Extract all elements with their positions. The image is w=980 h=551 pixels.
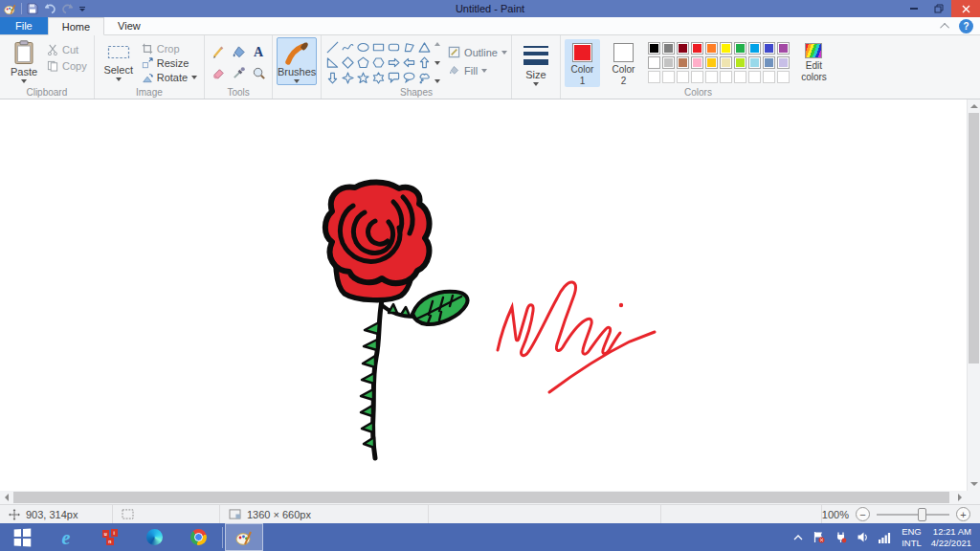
shape-line-icon[interactable] — [325, 40, 340, 55]
palette-swatch[interactable] — [648, 56, 660, 69]
shapes-scroll-up-icon[interactable] — [434, 42, 440, 46]
palette-empty-slot[interactable] — [648, 71, 660, 83]
tab-file[interactable]: File — [0, 17, 48, 34]
palette-swatch[interactable] — [662, 42, 675, 55]
magnifier-tool[interactable] — [249, 63, 268, 83]
save-icon[interactable] — [27, 3, 38, 14]
palette-empty-slot[interactable] — [705, 71, 718, 83]
palette-swatch[interactable] — [691, 42, 703, 55]
brushes-button[interactable]: Brushes — [277, 37, 317, 85]
taskbar-chrome[interactable] — [176, 523, 220, 551]
collapse-ribbon-icon[interactable] — [940, 22, 949, 32]
palette-empty-slot[interactable] — [748, 71, 761, 83]
copy-button[interactable]: Copy — [44, 57, 90, 74]
text-tool[interactable]: A — [249, 42, 268, 62]
palette-empty-slot[interactable] — [662, 71, 675, 83]
zoom-out-button[interactable]: − — [856, 507, 870, 521]
shape-hexagon-icon[interactable] — [371, 55, 386, 70]
cut-button[interactable]: Cut — [44, 41, 90, 57]
scroll-right-arrow[interactable] — [953, 491, 967, 504]
palette-swatch[interactable] — [691, 56, 703, 69]
palette-empty-slot[interactable] — [677, 71, 689, 83]
shape-arrow-up-icon[interactable] — [417, 55, 432, 70]
shape-arrow-left-icon[interactable] — [402, 55, 416, 70]
palette-swatch[interactable] — [748, 42, 761, 55]
palette-swatch[interactable] — [734, 42, 746, 55]
palette-swatch[interactable] — [720, 42, 732, 55]
language-indicator[interactable]: ENG INTL — [902, 526, 922, 549]
palette-empty-slot[interactable] — [734, 71, 746, 83]
palette-swatch[interactable] — [677, 56, 689, 69]
palette-swatch[interactable] — [763, 56, 775, 69]
clock[interactable]: 12:21 AM 4/22/2021 — [931, 526, 971, 549]
palette-swatch[interactable] — [705, 42, 718, 55]
shape-six-point-star-icon[interactable] — [371, 71, 386, 85]
shape-five-point-star-icon[interactable] — [356, 71, 370, 85]
power-plug-icon[interactable] — [835, 531, 847, 543]
tab-view[interactable]: View — [104, 17, 154, 34]
zoom-slider[interactable] — [877, 514, 949, 516]
fill-with-color-tool[interactable] — [229, 42, 248, 62]
scroll-down-arrow[interactable] — [968, 477, 980, 491]
resize-button[interactable]: Resize — [139, 55, 200, 70]
palette-empty-slot[interactable] — [691, 71, 703, 83]
palette-empty-slot[interactable] — [777, 71, 790, 83]
horizontal-scrollbar[interactable] — [0, 491, 967, 504]
shapes-scroll-down-icon[interactable] — [434, 61, 440, 65]
taskbar-unikey[interactable]: u i n — [88, 523, 132, 551]
color1-button[interactable]: Color1 — [565, 39, 600, 87]
crop-button[interactable]: Crop — [139, 41, 200, 55]
taskbar-internet-explorer[interactable]: e — [44, 523, 88, 551]
shape-pentagon-icon[interactable] — [356, 55, 370, 70]
palette-swatch[interactable] — [748, 56, 761, 69]
action-center-flag-icon[interactable] — [813, 531, 825, 543]
paste-button[interactable]: Paste — [4, 37, 44, 85]
palette-swatch[interactable] — [720, 56, 732, 69]
palette-swatch[interactable] — [777, 42, 790, 55]
palette-swatch[interactable] — [734, 56, 746, 69]
palette-swatch[interactable] — [763, 42, 775, 55]
shape-curve-icon[interactable] — [341, 40, 355, 55]
shape-polygon-icon[interactable] — [402, 40, 416, 55]
undo-icon[interactable] — [43, 3, 56, 14]
palette-empty-slot[interactable] — [720, 71, 732, 83]
pencil-tool[interactable] — [209, 42, 228, 62]
redo-icon[interactable] — [61, 3, 75, 14]
tab-home[interactable]: Home — [48, 17, 104, 35]
scroll-left-arrow[interactable] — [0, 491, 13, 504]
shape-ellipse-icon[interactable] — [356, 40, 370, 55]
shape-rectangle-icon[interactable] — [371, 40, 386, 55]
restore-button[interactable] — [926, 0, 951, 17]
help-icon[interactable]: ? — [959, 19, 973, 33]
vertical-scroll-thumb[interactable] — [969, 113, 979, 364]
close-button[interactable] — [951, 0, 980, 17]
eraser-tool[interactable] — [209, 63, 228, 83]
zoom-in-button[interactable]: + — [956, 507, 970, 521]
shapes-more-icon[interactable] — [434, 79, 440, 83]
shape-oval-callout-icon[interactable] — [402, 71, 416, 85]
shape-rounded-callout-icon[interactable] — [387, 71, 401, 85]
edit-colors-button[interactable]: Editcolors — [796, 39, 832, 87]
select-button[interactable]: Select — [99, 37, 139, 85]
minimize-button[interactable] — [902, 0, 926, 17]
rotate-button[interactable]: Rotate — [139, 71, 200, 85]
palette-swatch[interactable] — [705, 56, 718, 69]
drawing-canvas[interactable] — [0, 99, 967, 491]
paint-app-icon[interactable] — [4, 3, 16, 15]
network-signal-icon[interactable] — [879, 532, 892, 543]
palette-swatch[interactable] — [777, 56, 790, 69]
shape-four-point-star-icon[interactable] — [341, 71, 355, 85]
start-button[interactable] — [0, 523, 44, 551]
taskbar-edge[interactable] — [132, 523, 176, 551]
color2-button[interactable]: Color2 — [606, 39, 641, 87]
vertical-scrollbar[interactable] — [967, 99, 980, 491]
palette-swatch[interactable] — [648, 42, 660, 55]
shape-cloud-callout-icon[interactable] — [417, 71, 432, 85]
palette-empty-slot[interactable] — [763, 71, 775, 83]
horizontal-scroll-thumb[interactable] — [13, 492, 949, 503]
palette-swatch[interactable] — [662, 56, 675, 69]
shape-rounded-rectangle-icon[interactable] — [387, 40, 401, 55]
shape-right-triangle-icon[interactable] — [325, 55, 340, 70]
color-picker-tool[interactable] — [229, 63, 248, 83]
palette-swatch[interactable] — [677, 42, 689, 55]
